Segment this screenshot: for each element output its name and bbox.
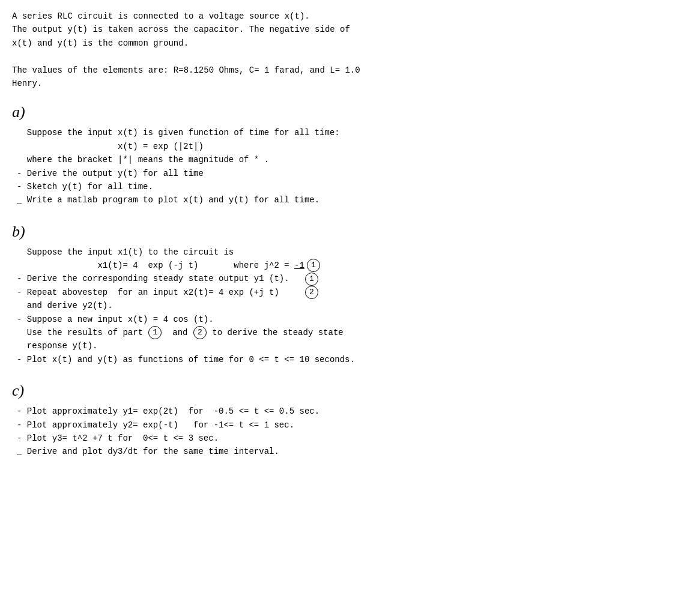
section-b-content: Suppose the input x1(t) to the circuit i…	[17, 246, 669, 367]
section-b-x1-row: x1(t)= 4 exp (-j t) where j^2 = -1 1	[17, 259, 669, 272]
section-b-intro: Suppose the input x1(t) to the circuit i…	[17, 246, 669, 259]
circle-1-badge: 1	[307, 259, 320, 272]
section-a-line2: x(t) = exp (|2t|)	[17, 140, 669, 153]
section-b-to-derive: to derive the steady state	[207, 326, 344, 339]
circle-1-use: 1	[148, 326, 162, 339]
section-c-line2: - Plot approximately y2= exp(-t) for -1<…	[17, 418, 669, 432]
section-b: b) Suppose the input x1(t) to the circui…	[12, 217, 669, 367]
section-a-content: Suppose the input x(t) is given function…	[17, 126, 669, 207]
intro-line2: The output y(t) is taken across the capa…	[12, 23, 669, 36]
section-a-line6: _ Write a matlab program to plot x(t) an…	[17, 193, 669, 207]
section-a: a) Suppose the input x(t) is given funct…	[12, 97, 669, 207]
circle-2-ref: 2	[305, 286, 318, 299]
section-c-line4: _ Derive and plot dy3/dt for the same ti…	[17, 445, 669, 458]
section-b-x1-eq: x1(t)= 4 exp (-j t) where j^2 = -1	[17, 259, 304, 272]
section-a-label: a)	[12, 103, 25, 121]
section-b-suppose: - Suppose a new input x(t) = 4 cos (t).	[17, 313, 669, 326]
intro-text: A series RLC circuit is connected to a v…	[12, 10, 669, 23]
section-b-derive-y1: - Derive the corresponding steady state …	[17, 272, 304, 285]
section-c: c) - Plot approximately y1= exp(2t) for …	[12, 376, 669, 459]
section-c-line1: - Plot approximately y1= exp(2t) for -0.…	[17, 405, 669, 418]
intro-line3: x(t) and y(t) is the common ground.	[12, 37, 669, 50]
intro-section: A series RLC circuit is connected to a v…	[12, 10, 669, 90]
section-a-line4: - Derive the output y(t) for all time	[17, 167, 669, 180]
section-c-label: c)	[12, 382, 24, 400]
intro-line4	[12, 50, 669, 63]
intro-line5: The values of the elements are: R=8.1250…	[12, 64, 669, 77]
section-b-and: and	[162, 326, 192, 339]
section-b-label: b)	[12, 223, 25, 241]
page-container: A series RLC circuit is connected to a v…	[12, 10, 669, 459]
section-c-line3: - Plot y3= t^2 +7 t for 0<= t <= 3 sec.	[17, 432, 669, 445]
section-b-plot: - Plot x(t) and y(t) as functions of tim…	[17, 353, 669, 366]
section-b-repeat: - Repeat abovestep for an input x2(t)= 4…	[17, 286, 304, 299]
section-b-use-part: Use the results of part	[17, 326, 148, 339]
section-a-line1: Suppose the input x(t) is given function…	[17, 126, 669, 139]
section-b-derive-y1-row: - Derive the corresponding steady state …	[17, 272, 669, 285]
circle-1-ref: 1	[305, 273, 318, 286]
section-a-line5: - Sketch y(t) for all time.	[17, 180, 669, 193]
section-c-content: - Plot approximately y1= exp(2t) for -0.…	[17, 405, 669, 459]
section-a-line3: where the bracket |*| means the magnitud…	[17, 153, 669, 166]
section-b-response: response y(t).	[17, 339, 669, 352]
section-b-derive-y2: and derive y2(t).	[17, 299, 669, 312]
intro-line6: Henry.	[12, 77, 669, 90]
circle-2-use: 2	[193, 326, 207, 339]
section-b-repeat-row: - Repeat abovestep for an input x2(t)= 4…	[17, 286, 669, 299]
section-b-use-results-row: Use the results of part 1 and 2 to deriv…	[17, 326, 669, 339]
